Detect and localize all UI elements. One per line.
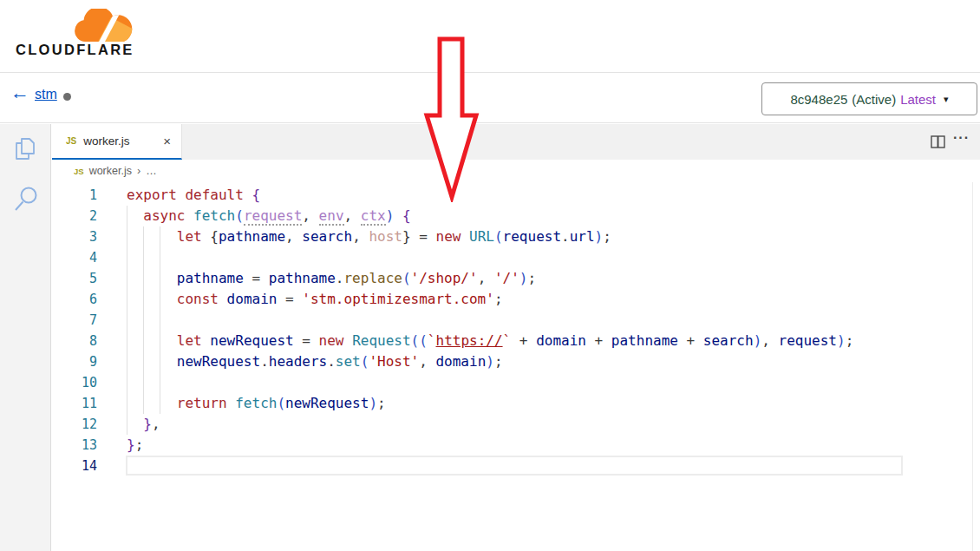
line-number[interactable]: 13 [52,435,97,456]
project-bar: ← stm 8c948e25 (Active) Latest ▾ [0,74,980,123]
line-number[interactable]: 2 [52,206,97,226]
code-line[interactable] [127,372,853,393]
cloudflare-logo [73,9,135,45]
code-line[interactable]: newRequest.headers.set('Host', domain); [127,351,853,372]
line-number[interactable]: 8 [52,331,97,351]
breadcrumb[interactable]: JS worker.js › … [52,160,980,182]
line-number[interactable]: 11 [52,393,97,414]
version-hash: 8c948e25 [790,92,847,107]
tab-label: worker.js [83,134,129,148]
line-number[interactable]: 5 [52,268,97,289]
split-editor-icon[interactable] [931,135,945,148]
tab-workerjs[interactable]: JS worker.js × [52,124,182,160]
more-actions-icon[interactable]: ··· [953,130,970,146]
line-numbers[interactable]: 1234567891011121314 [52,185,97,476]
line-number[interactable]: 14 [52,456,97,476]
version-state: (Active) [852,92,896,107]
code-line[interactable]: let newRequest = new Request((`https://`… [127,331,853,351]
unsaved-dot [63,93,71,101]
code-line[interactable] [127,456,853,476]
code-line[interactable]: pathname = pathname.replace('/shop/', '/… [127,268,853,289]
tab-strip: JS worker.js × ··· [52,124,980,160]
breadcrumb-file[interactable]: worker.js [89,165,132,177]
code-line[interactable]: const domain = 'stm.optimizesmart.com'; [127,289,853,310]
code-editor[interactable]: 1234567891011121314 export default { asy… [52,182,980,551]
code-line[interactable]: }; [127,435,853,456]
files-icon[interactable] [12,135,38,163]
code-line[interactable]: async fetch(request, env, ctx) { [127,206,853,226]
project-link[interactable]: stm [35,87,57,102]
line-number[interactable]: 3 [52,226,97,247]
js-file-icon: JS [74,167,84,176]
code-line[interactable]: export default { [127,185,853,206]
code-lines[interactable]: export default { async fetch(request, en… [127,185,853,476]
editor-right-divider [972,182,973,551]
brand-header: CLOUDFLARE [0,0,980,73]
version-dropdown[interactable]: 8c948e25 (Active) Latest ▾ [761,82,977,115]
code-line[interactable]: let {pathname, search, host} = new URL(r… [127,226,853,247]
chevron-down-icon: ▾ [944,94,949,105]
code-line[interactable]: return fetch(newRequest); [127,393,853,414]
line-number[interactable]: 10 [52,372,97,393]
code-line[interactable] [127,247,853,268]
red-arrow-annotation [416,33,486,202]
back-arrow-icon[interactable]: ← [10,82,29,104]
activity-sidebar [0,124,51,551]
code-line[interactable] [127,310,853,331]
line-number[interactable]: 9 [52,351,97,372]
close-icon[interactable]: × [163,134,171,148]
js-file-icon: JS [66,136,76,146]
code-line[interactable]: }, [127,414,853,435]
breadcrumb-more[interactable]: … [146,165,157,177]
line-number[interactable]: 6 [52,289,97,310]
breadcrumb-separator: › [137,165,140,177]
line-number[interactable]: 1 [52,185,97,206]
brand-text: CLOUDFLARE [16,42,134,58]
line-number[interactable]: 4 [52,247,97,268]
line-number[interactable]: 12 [52,414,97,435]
search-icon[interactable] [12,185,40,214]
version-latest: Latest [900,92,936,107]
line-number[interactable]: 7 [52,310,97,331]
